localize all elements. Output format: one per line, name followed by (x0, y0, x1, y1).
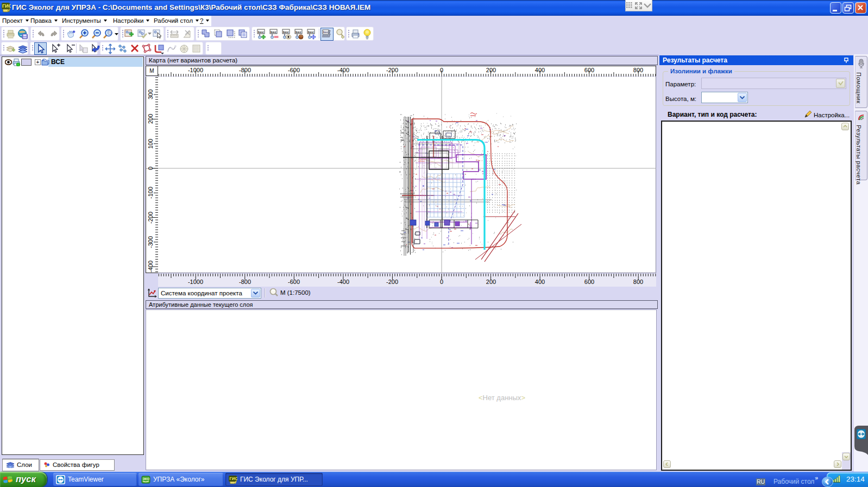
svg-text:ЭКО: ЭКО (143, 477, 150, 480)
svg-text:ГИС: ГИС (2, 3, 11, 9)
svg-text:bxc: bxc (258, 30, 264, 34)
svg-text:bxc: bxc (271, 30, 276, 34)
svg-text:bxc: bxc (283, 30, 289, 34)
svg-text:bxc: bxc (308, 30, 314, 34)
svg-text:bxc: bxc (295, 30, 301, 34)
svg-text:bxc: bxc (323, 30, 329, 34)
svg-text:ГИС: ГИС (230, 476, 238, 481)
